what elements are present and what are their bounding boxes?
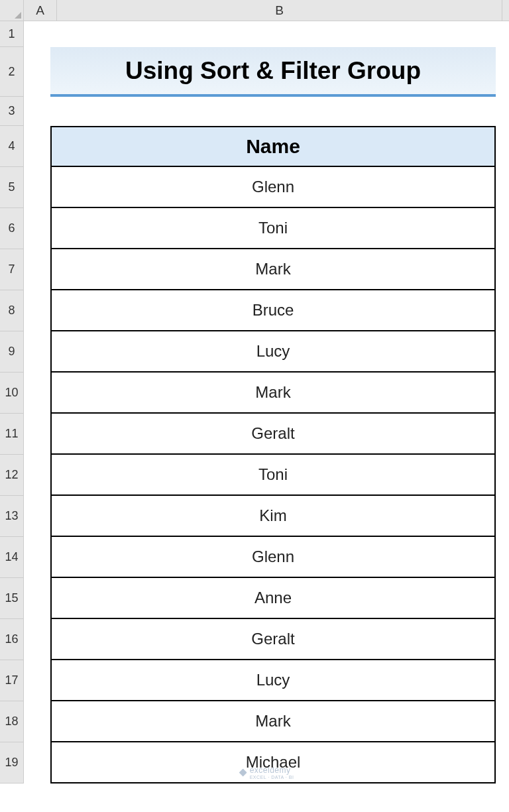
cell-row-6[interactable]: Toni xyxy=(24,208,509,249)
cell-row-15[interactable]: Anne xyxy=(24,578,509,619)
row-header-4[interactable]: 4 xyxy=(0,126,24,167)
cell-row-13[interactable]: Kim xyxy=(24,496,509,537)
row-header-9[interactable]: 9 xyxy=(0,331,24,373)
spreadsheet-grid: A B 1 2 Using Sort & Filter Group 3 4 xyxy=(0,0,509,783)
table-row: Mark xyxy=(50,701,496,742)
row-header-11[interactable]: 11 xyxy=(0,414,24,455)
row-header-19[interactable]: 19 xyxy=(0,742,24,783)
table-row: Lucy xyxy=(50,331,496,373)
cell-row-1[interactable] xyxy=(24,21,509,47)
row-header-18[interactable]: 18 xyxy=(0,701,24,742)
row-header-6[interactable]: 6 xyxy=(0,208,24,249)
table-row: Geralt xyxy=(50,414,496,455)
cell-row-5[interactable]: Glenn xyxy=(24,167,509,208)
cell-row-14[interactable]: Glenn xyxy=(24,537,509,578)
table-row: Lucy xyxy=(50,660,496,701)
row-header-15[interactable]: 15 xyxy=(0,578,24,619)
row-header-16[interactable]: 16 xyxy=(0,619,24,660)
cell-row-12[interactable]: Toni xyxy=(24,455,509,496)
rows-area: 1 2 Using Sort & Filter Group 3 4 Name xyxy=(0,21,509,783)
select-all-corner[interactable] xyxy=(0,0,24,21)
table-row: Anne xyxy=(50,578,496,619)
cell-row-11[interactable]: Geralt xyxy=(24,414,509,455)
cell-row-8[interactable]: Bruce xyxy=(24,290,509,331)
table-row: Mark xyxy=(50,373,496,414)
title-cell: Using Sort & Filter Group xyxy=(50,47,496,97)
table-row: Mark xyxy=(50,249,496,290)
row-header-10[interactable]: 10 xyxy=(0,373,24,414)
cell-row-9[interactable]: Lucy xyxy=(24,331,509,373)
row-header-1[interactable]: 1 xyxy=(0,21,24,47)
table-row: Kim xyxy=(50,496,496,537)
table-row: Glenn xyxy=(50,537,496,578)
row-header-17[interactable]: 17 xyxy=(0,660,24,701)
row-header-14[interactable]: 14 xyxy=(0,537,24,578)
table-row: Geralt xyxy=(50,619,496,660)
column-headers: A B xyxy=(0,0,509,21)
cell-row-10[interactable]: Mark xyxy=(24,373,509,414)
table-row: Bruce xyxy=(50,290,496,331)
cell-row-4[interactable]: Name xyxy=(24,126,509,167)
col-header-B[interactable]: B xyxy=(57,0,502,21)
cell-row-18[interactable]: Mark xyxy=(24,701,509,742)
table-header-name: Name xyxy=(50,126,496,167)
row-header-8[interactable]: 8 xyxy=(0,290,24,331)
row-header-12[interactable]: 12 xyxy=(0,455,24,496)
table-row: Toni xyxy=(50,455,496,496)
row-header-3[interactable]: 3 xyxy=(0,97,24,126)
cell-row-16[interactable]: Geralt xyxy=(24,619,509,660)
row-header-13[interactable]: 13 xyxy=(0,496,24,537)
cell-row-19[interactable]: Michael exceldemy EXCEL · DATA · BI xyxy=(24,742,509,783)
cell-row-17[interactable]: Lucy xyxy=(24,660,509,701)
col-header-C-edge xyxy=(502,0,509,21)
table-row: Michael xyxy=(50,742,496,783)
col-header-A[interactable]: A xyxy=(24,0,57,21)
cell-row-2[interactable]: Using Sort & Filter Group xyxy=(24,47,509,97)
row-header-5[interactable]: 5 xyxy=(0,167,24,208)
table-row: Glenn xyxy=(50,167,496,208)
cell-row-3[interactable] xyxy=(24,97,509,126)
row-header-2[interactable]: 2 xyxy=(0,47,24,97)
table-row: Toni xyxy=(50,208,496,249)
row-header-7[interactable]: 7 xyxy=(0,249,24,290)
cell-row-7[interactable]: Mark xyxy=(24,249,509,290)
